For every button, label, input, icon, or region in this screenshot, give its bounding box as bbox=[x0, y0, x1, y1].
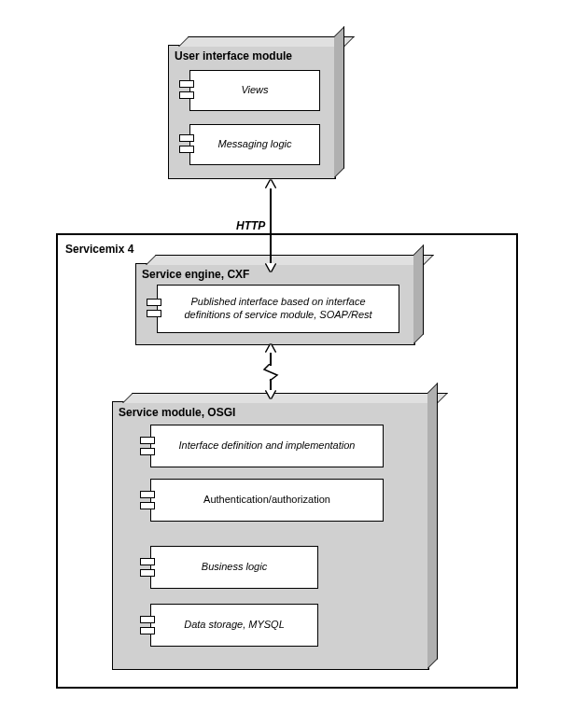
service-module: Service module, OSGI Interface definitio… bbox=[112, 401, 429, 670]
component-interface-def: Interface definition and implementation bbox=[150, 425, 384, 467]
lug-icon bbox=[140, 558, 155, 580]
lug-icon bbox=[140, 616, 155, 638]
component-messaging: Messaging logic bbox=[189, 124, 320, 165]
published-label: Published interface based on interface d… bbox=[170, 296, 386, 322]
lug-icon bbox=[179, 80, 194, 103]
service-engine-module: Service engine, CXF Published interface … bbox=[135, 263, 415, 345]
connector-http-arrow-down bbox=[266, 263, 275, 272]
service-engine-title: Service engine, CXF bbox=[142, 268, 249, 281]
ui-module-title: User interface module bbox=[175, 49, 292, 63]
connector-em-arrow-down bbox=[266, 390, 275, 398]
auth-label: Authentication/authorization bbox=[162, 494, 371, 507]
component-data-storage: Data storage, MYSQL bbox=[150, 604, 318, 647]
component-published-interface: Published interface based on interface d… bbox=[157, 285, 399, 333]
component-business: Business logic bbox=[150, 546, 318, 589]
connector-em-arrow-up bbox=[266, 344, 275, 353]
business-label: Business logic bbox=[160, 561, 309, 574]
lug-icon bbox=[147, 299, 161, 321]
interface-def-label: Interface definition and implementation bbox=[162, 439, 371, 453]
messaging-label: Messaging logic bbox=[197, 138, 313, 151]
http-label: HTTP bbox=[236, 219, 265, 232]
user-interface-module: User interface module Views Messaging lo… bbox=[168, 45, 336, 179]
lug-icon bbox=[179, 134, 194, 157]
servicemix-title: Servicemix 4 bbox=[65, 243, 133, 256]
component-auth: Authentication/authorization bbox=[150, 479, 384, 522]
connector-http-arrow-up bbox=[266, 180, 275, 188]
lug-icon bbox=[140, 437, 155, 459]
service-module-title: Service module, OSGI bbox=[119, 406, 235, 419]
views-label: Views bbox=[197, 84, 313, 97]
component-views: Views bbox=[189, 70, 320, 111]
connector-http-line bbox=[270, 181, 272, 271]
data-storage-label: Data storage, MYSQL bbox=[160, 619, 309, 632]
lug-icon bbox=[140, 491, 155, 513]
